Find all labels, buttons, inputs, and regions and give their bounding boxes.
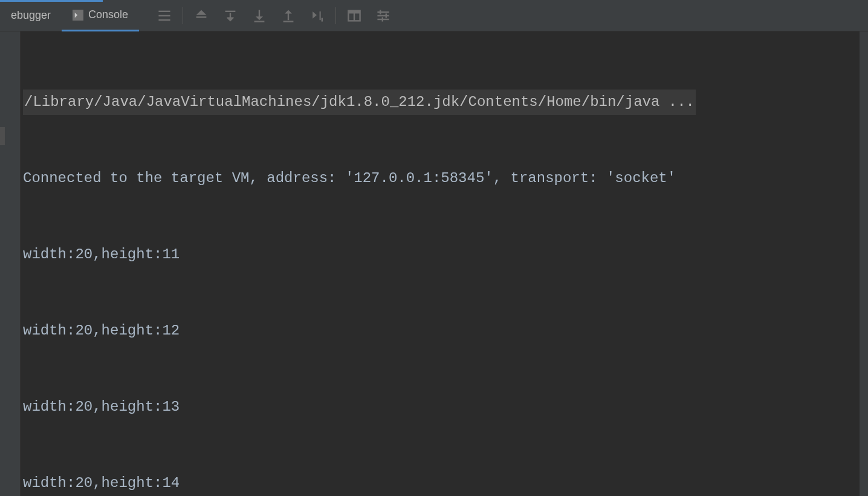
up-stack-button[interactable] bbox=[187, 0, 216, 31]
connected-line: Connected to the target VM, address: '12… bbox=[21, 166, 860, 191]
tab-bar: ebugger Console bbox=[0, 0, 868, 31]
scroll-to-end-button[interactable] bbox=[303, 0, 332, 31]
svg-rect-20 bbox=[382, 17, 383, 21]
svg-rect-10 bbox=[320, 11, 321, 19]
toolbar-separator bbox=[183, 7, 183, 24]
svg-rect-2 bbox=[159, 19, 170, 21]
svg-rect-1 bbox=[159, 15, 170, 16]
tab-debugger-label: ebugger bbox=[11, 9, 51, 22]
svg-rect-9 bbox=[283, 21, 294, 22]
svg-rect-19 bbox=[386, 13, 387, 18]
svg-rect-4 bbox=[225, 10, 236, 11]
output-line: width:20,height:14 bbox=[21, 471, 860, 496]
down-stack-button[interactable] bbox=[216, 0, 245, 31]
svg-rect-11 bbox=[322, 18, 323, 21]
down-button[interactable] bbox=[245, 0, 274, 31]
console-right-gutter bbox=[860, 31, 868, 496]
output-line: width:20,height:13 bbox=[21, 394, 860, 420]
svg-rect-5 bbox=[230, 13, 231, 18]
svg-rect-8 bbox=[288, 13, 289, 20]
svg-rect-16 bbox=[378, 15, 389, 16]
gutter-marker bbox=[0, 127, 5, 145]
output-line: width:20,height:11 bbox=[21, 242, 860, 267]
up-button[interactable] bbox=[274, 0, 303, 31]
table-view-button[interactable] bbox=[340, 0, 369, 31]
svg-rect-0 bbox=[159, 10, 170, 11]
output-line: width:20,height:12 bbox=[21, 318, 860, 344]
svg-rect-18 bbox=[380, 10, 381, 14]
tab-console-label: Console bbox=[88, 8, 128, 21]
console-icon bbox=[73, 10, 83, 21]
tab-debugger[interactable]: ebugger bbox=[0, 0, 62, 31]
console-left-gutter bbox=[0, 31, 21, 496]
svg-rect-3 bbox=[196, 16, 207, 18]
top-highlight-bar bbox=[0, 0, 103, 2]
svg-rect-6 bbox=[259, 10, 260, 17]
soft-wrap-button[interactable] bbox=[150, 0, 179, 31]
console-output[interactable]: /Library/Java/JavaVirtualMachines/jdk1.8… bbox=[21, 31, 860, 496]
command-line: /Library/Java/JavaVirtualMachines/jdk1.8… bbox=[23, 90, 696, 115]
toolbar-separator bbox=[335, 7, 336, 24]
tab-console[interactable]: Console bbox=[62, 1, 139, 31]
console-panel: /Library/Java/JavaVirtualMachines/jdk1.8… bbox=[0, 31, 868, 496]
settings-button[interactable] bbox=[369, 0, 398, 31]
console-toolbar bbox=[150, 0, 398, 31]
svg-rect-15 bbox=[378, 11, 389, 12]
svg-rect-7 bbox=[254, 21, 265, 22]
